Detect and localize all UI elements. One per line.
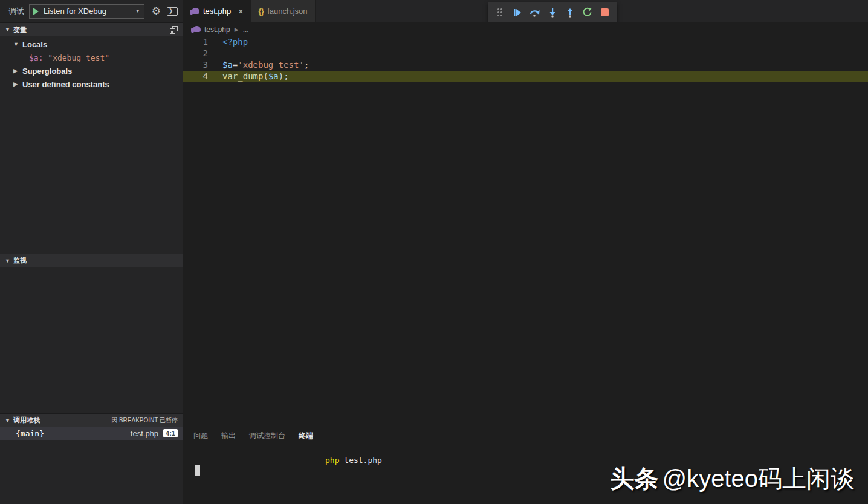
line-number[interactable]: 2 <box>183 48 222 59</box>
php-file-icon <box>190 8 199 15</box>
tab-label: test.php <box>203 7 231 16</box>
chevron-down-icon: ▼ <box>135 8 140 14</box>
terminal-command-line: php test.php <box>325 456 382 465</box>
terminal-command: php <box>325 456 339 465</box>
code-view[interactable]: 1 <?php 2 3 $a = 'xdebug test'; 4 var_du… <box>183 36 868 82</box>
code-token: var_dump <box>222 71 263 82</box>
code-token: ( <box>263 71 268 82</box>
superglobals-label: Superglobals <box>22 67 72 76</box>
watermark-bold: 头条 <box>611 465 659 492</box>
debug-sidebar: 调试 Listen for XDebug ▼ ⚙ ❯ ▼ 变量 ▼ Locals… <box>0 0 183 504</box>
code-line-3[interactable]: 3 $a = 'xdebug test'; <box>183 59 868 71</box>
debug-view-label: 调试 <box>8 6 24 17</box>
code-token: <?php <box>222 36 248 48</box>
code-line-4-current[interactable]: 4 var_dump($a); <box>183 71 868 82</box>
debug-console-icon[interactable]: ❯ <box>167 7 178 16</box>
triangle-down-icon: ▼ <box>5 27 10 33</box>
variable-value: "xdebug test" <box>48 53 109 62</box>
step-into-button[interactable] <box>545 5 561 21</box>
code-line-1[interactable]: 1 <?php <box>183 36 868 48</box>
triangle-down-icon: ▼ <box>13 41 19 47</box>
line-number[interactable]: 1 <box>183 36 222 48</box>
triangle-right-icon: ▶ <box>13 68 19 74</box>
variable-name: $a: <box>29 53 43 62</box>
code-token: ); <box>279 71 289 82</box>
tab-problems[interactable]: 问题 <box>193 431 208 445</box>
superglobals-group[interactable]: ▶ Superglobals <box>0 64 183 77</box>
restart-button[interactable] <box>579 5 595 21</box>
php-file-icon <box>191 26 201 33</box>
watermark-text: @kyeteo码上闲谈 <box>662 465 855 492</box>
breadcrumb[interactable]: test.php ▶ ... <box>183 22 868 36</box>
stop-button[interactable] <box>597 5 613 21</box>
triangle-down-icon: ▼ <box>5 258 10 264</box>
close-icon[interactable]: × <box>238 7 243 16</box>
variables-title: 变量 <box>13 25 27 34</box>
restart-icon <box>582 7 592 18</box>
terminal-argument: test.php <box>339 456 381 465</box>
collapse-all-icon[interactable] <box>170 26 178 34</box>
code-token: $a <box>222 59 233 71</box>
chevron-right-icon: ▶ <box>235 27 239 33</box>
tab-test-php[interactable]: test.php × <box>183 0 251 22</box>
breadcrumb-more[interactable]: ... <box>243 25 249 34</box>
call-stack-title: 调用堆栈 <box>13 416 40 425</box>
watch-section-header[interactable]: ▼ 监视 <box>0 254 183 267</box>
debug-config-name: Listen for XDebug <box>44 7 133 16</box>
editor-area: test.php × {} launch.json <box>183 0 868 504</box>
debug-action-toolbar <box>488 2 617 22</box>
step-into-icon <box>548 8 557 18</box>
code-token: $a <box>268 71 279 82</box>
code-token: = <box>233 59 238 71</box>
line-number[interactable]: 3 <box>183 59 222 71</box>
stop-icon <box>601 8 609 16</box>
gear-icon[interactable]: ⚙ <box>152 5 161 18</box>
tab-output[interactable]: 输出 <box>221 431 236 445</box>
panel-tabbar: 问题 输出 调试控制台 终端 <box>183 427 868 448</box>
step-over-button[interactable] <box>527 5 543 21</box>
debug-config-dropdown[interactable]: Listen for XDebug ▼ <box>29 4 144 19</box>
watch-title: 监视 <box>13 256 27 265</box>
stack-frame-position-badge: 4:1 <box>163 429 178 437</box>
step-out-button[interactable] <box>562 5 578 21</box>
stack-frame-file: test.php <box>131 429 158 438</box>
toolbar-drag-handle[interactable] <box>492 5 508 21</box>
locals-label: Locals <box>22 40 47 49</box>
tab-debug-console[interactable]: 调试控制台 <box>249 431 285 445</box>
user-constants-label: User defined constants <box>22 80 109 89</box>
triangle-down-icon: ▼ <box>5 417 10 424</box>
continue-icon <box>513 8 522 18</box>
triangle-right-icon: ▶ <box>13 81 19 87</box>
user-constants-group[interactable]: ▶ User defined constants <box>0 77 183 91</box>
paused-on-breakpoint-badge: 因 BREAKPOINT 已暂停 <box>111 416 178 425</box>
grip-icon <box>497 8 502 16</box>
stack-frame-name: {main} <box>16 429 44 438</box>
tab-launch-json[interactable]: {} launch.json <box>251 0 315 22</box>
step-over-icon <box>530 8 540 18</box>
tab-label: launch.json <box>268 7 308 16</box>
code-line-2[interactable]: 2 <box>183 48 868 59</box>
stack-frame-row[interactable]: {main} test.php 4:1 <box>0 427 183 440</box>
debug-controls-bar: 调试 Listen for XDebug ▼ ⚙ ❯ <box>0 0 183 23</box>
variables-section-header[interactable]: ▼ 变量 <box>0 23 183 36</box>
variable-row[interactable]: $a: "xdebug test" <box>0 51 183 64</box>
code-token: 'xdebug test' <box>238 59 304 71</box>
watermark: 头条@kyeteo码上闲谈 <box>611 462 855 496</box>
terminal-cursor[interactable] <box>195 465 200 476</box>
call-stack-section-header[interactable]: ▼ 调用堆栈 因 BREAKPOINT 已暂停 <box>0 413 183 427</box>
continue-button[interactable] <box>510 5 526 21</box>
step-out-icon <box>565 8 575 18</box>
line-number[interactable]: 4 <box>183 71 222 82</box>
tab-terminal[interactable]: 终端 <box>299 431 313 445</box>
code-token: ; <box>304 59 309 71</box>
json-file-icon: {} <box>258 7 264 16</box>
breadcrumb-file[interactable]: test.php <box>204 25 230 34</box>
start-debug-icon[interactable] <box>33 8 39 15</box>
locals-group[interactable]: ▼ Locals <box>0 38 183 51</box>
